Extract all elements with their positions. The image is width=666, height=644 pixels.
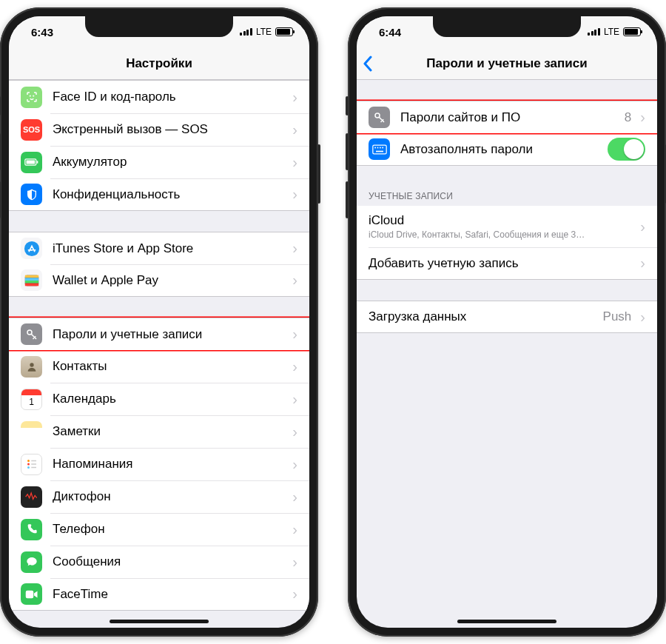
svg-point-14 [27,463,30,466]
row-battery[interactable]: Аккумулятор › [9,146,309,178]
row-icloud-account[interactable]: iCloud iCloud Drive, Контакты, Safari, С… [357,206,657,247]
signal-icon [588,28,600,36]
chevron-right-icon: › [292,423,297,440]
row-wallet[interactable]: Wallet и Apple Pay › [9,264,309,297]
battery-icon [21,152,42,173]
phone-left: 6:43 LTE Настройки Face ID и код-пароль … [0,7,318,637]
row-passwords-accounts[interactable]: Пароли и учетные записи › [9,318,309,350]
row-label: Напоминания [53,457,289,472]
row-site-passwords[interactable]: Пароли сайтов и ПО 8 › [357,101,657,133]
row-label: Пароли сайтов и ПО [400,110,625,125]
wallet-icon [21,269,42,291]
row-label: Wallet и Apple Pay [53,273,289,288]
svg-point-20 [375,113,380,118]
row-calendar[interactable]: 1 Календарь › [9,383,309,415]
chevron-right-icon: › [292,521,297,538]
svg-rect-21 [372,145,386,154]
row-label: Конфиденциальность [53,187,289,202]
page-title: Настройки [126,56,192,71]
notes-icon [21,421,42,443]
row-autofill-passwords[interactable]: Автозаполнять пароли [357,133,657,166]
chevron-right-icon: › [292,489,297,506]
row-label: Face ID и код-пароль [53,90,289,104]
chevron-right-icon: › [640,309,645,326]
svg-rect-10 [24,283,38,286]
chevron-right-icon: › [640,255,645,272]
settings-list[interactable]: Face ID и код-пароль › SOS Экстренный вы… [9,80,309,628]
svg-rect-25 [382,147,383,148]
row-label: FaceTime [53,587,289,602]
status-time: 6:43 [31,26,53,38]
passwords-list[interactable]: Пароли сайтов и ПО 8 › Автозаполнять пар… [357,80,657,628]
settings-group: Face ID и код-пароль › SOS Экстренный вы… [9,80,309,211]
svg-point-13 [27,460,30,462]
reminders-icon [21,454,42,475]
svg-rect-9 [24,281,38,284]
chevron-right-icon: › [292,456,297,473]
row-privacy[interactable]: Конфиденциальность › [9,178,309,211]
row-label: Экстренный вызов — SOS [53,122,289,137]
sos-icon: SOS [21,119,42,141]
row-messages[interactable]: Сообщения › [9,546,309,578]
keys-icon [369,107,390,128]
chevron-right-icon: › [292,240,297,257]
row-label: Диктофон [53,489,289,504]
svg-rect-7 [24,275,38,278]
row-contacts[interactable]: Контакты › [9,350,309,383]
facetime-icon [21,583,42,605]
row-add-account[interactable]: Добавить учетную запись › [357,247,657,280]
svg-point-15 [27,466,30,469]
svg-rect-4 [36,161,38,163]
group-header: УЧЕТНЫЕ ЗАПИСИ [357,187,657,206]
row-faceid[interactable]: Face ID и код-пароль › [9,81,309,113]
appstore-icon [21,238,42,259]
contacts-icon [21,356,42,378]
row-label: Загрузка данных [369,309,603,324]
row-fetch-data[interactable]: Загрузка данных Push › [357,301,657,333]
row-phone[interactable]: Телефон › [9,513,309,546]
svg-rect-24 [380,147,381,148]
back-button[interactable] [363,47,372,79]
row-label: Автозаполнять пароли [400,142,603,157]
battery-icon [623,27,641,36]
chevron-right-icon: › [292,358,297,375]
row-label: Контакты [53,359,289,374]
svg-rect-26 [376,150,383,152]
row-label: Телефон [53,522,289,537]
chevron-left-icon [363,56,372,72]
row-notes[interactable]: Заметки › [9,415,309,448]
screen-right: 6:44 LTE Пароли и учетные записи Пароли … [357,16,657,628]
home-indicator[interactable] [457,620,556,623]
row-sublabel: iCloud Drive, Контакты, Safari, Сообщени… [369,229,620,240]
svg-point-0 [30,95,30,96]
voice-icon [21,486,42,508]
row-voice-memos[interactable]: Диктофон › [9,480,309,513]
nav-header: Пароли и учетные записи [357,47,657,80]
row-reminders[interactable]: Напоминания › [9,448,309,480]
row-appstore[interactable]: iTunes Store и App Store › [9,232,309,264]
notch [433,16,581,37]
chevron-right-icon: › [292,554,297,571]
chevron-right-icon: › [292,586,297,603]
row-detail: 8 [625,110,631,125]
nav-header: Настройки [9,47,309,80]
row-label: Календарь [53,392,289,406]
home-indicator[interactable] [110,620,209,623]
svg-rect-22 [374,147,376,148]
keys-icon [21,323,42,345]
row-label: iTunes Store и App Store [53,241,289,256]
svg-rect-23 [377,147,378,148]
chevron-right-icon: › [292,326,297,343]
privacy-icon [21,184,42,205]
status-time: 6:44 [379,26,401,38]
row-label: Заметки [53,424,289,439]
row-label: Добавить учетную запись [369,256,637,271]
fetch-group: Загрузка данных Push › [357,301,657,333]
row-label: Пароли и учетные записи [53,327,289,342]
network-label: LTE [604,27,619,37]
row-sos[interactable]: SOS Экстренный вызов — SOS › [9,113,309,146]
page-title: Пароли и учетные записи [426,56,587,71]
row-facetime[interactable]: FaceTime › [9,578,309,611]
autofill-toggle[interactable] [608,138,645,161]
chevron-right-icon: › [640,218,645,235]
